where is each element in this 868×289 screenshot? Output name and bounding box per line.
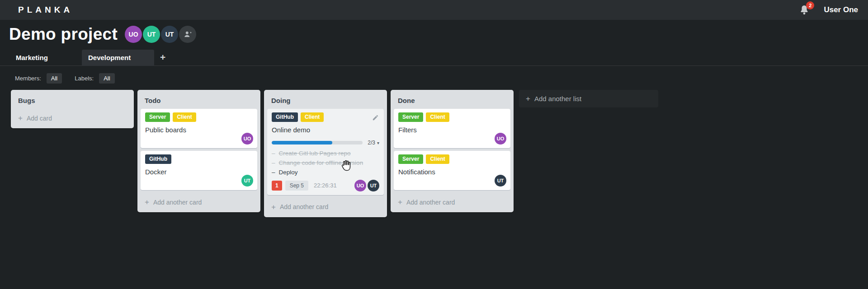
tab-development[interactable]: Development (82, 50, 154, 66)
chevron-down-icon: ▾ (377, 140, 379, 145)
avatar: UT (495, 175, 506, 186)
card[interactable]: ServerClientFiltersUO (394, 109, 510, 148)
notifications-button[interactable]: 2 (799, 5, 810, 15)
labels-filter-value[interactable]: All (99, 73, 114, 84)
card-labels: ServerClient (398, 112, 506, 122)
card[interactable]: ServerClientPublic boardsUO (141, 109, 257, 148)
project-header: Demo project UOUTUT (0, 20, 868, 44)
list-title[interactable]: Bugs (14, 93, 131, 109)
progress-dropdown[interactable]: 2/3▾ (368, 140, 379, 146)
progress-bar-fill (272, 141, 332, 144)
label-github: GitHub (145, 154, 171, 164)
avatar: UT (161, 26, 178, 43)
task-text: Create GitHub Pages repo (279, 150, 351, 158)
plus-icon: + (18, 114, 23, 122)
board-lists: Bugs+Add cardTodoServerClientPublic boar… (11, 90, 514, 217)
card-title: Online demo (272, 126, 379, 134)
tab-marketing[interactable]: Marketing (0, 50, 82, 66)
person-add-icon (184, 31, 192, 38)
project-title[interactable]: Demo project (9, 25, 118, 44)
list-doing: DoingGitHubClientOnline demo2/3▾–Create … (264, 90, 387, 217)
task-dash: – (272, 169, 275, 177)
label-client: Client (426, 154, 449, 164)
add-card-label: Add another card (153, 199, 202, 206)
card-members: UO (495, 133, 506, 144)
avatar: UT (143, 26, 160, 43)
task-progress: 2/3▾ (272, 140, 379, 146)
list-done: DoneServerClientFiltersUOServerClientNot… (391, 90, 514, 212)
add-card-button[interactable]: +Add card (14, 109, 131, 125)
add-card-label: Add card (27, 115, 52, 122)
list-todo: TodoServerClientPublic boardsUOGitHubDoc… (137, 90, 260, 212)
card-title: Public boards (145, 126, 253, 134)
avatar: UT (241, 175, 253, 186)
project-avatars: UOUTUT (125, 26, 197, 43)
card-notification-badge: 1 (272, 181, 282, 191)
avatar: UT (368, 180, 379, 191)
add-card-button[interactable]: +Add another card (267, 198, 384, 214)
label-client: Client (301, 112, 324, 122)
members-filter-value[interactable]: All (47, 73, 62, 84)
card-labels: GitHub (145, 154, 253, 164)
card-title: Notifications (398, 168, 506, 176)
task-item: –Create GitHub Pages repo (272, 150, 379, 158)
app-logo[interactable]: PLANKA (18, 5, 73, 15)
board-tabs-row: MarketingDevelopment + (0, 50, 868, 66)
add-card-button[interactable]: +Add another card (394, 193, 510, 209)
add-list-button[interactable]: + Add another list (519, 90, 658, 107)
label-client: Client (173, 112, 196, 122)
plus-icon: + (398, 198, 402, 206)
card-title: Docker (145, 168, 253, 176)
card-members: UOUT (354, 180, 379, 191)
labels-filter-label: Labels: (75, 75, 94, 82)
task-item: –Change code for offline version (272, 159, 379, 167)
user-menu[interactable]: User One (824, 5, 861, 14)
card-labels: ServerClient (398, 154, 506, 164)
card-labels: GitHubClient (272, 112, 379, 122)
task-text: Deploy (279, 169, 298, 177)
card-labels: ServerClient (145, 112, 253, 122)
tabs: MarketingDevelopment (0, 50, 154, 66)
add-list-label: Add another list (534, 95, 581, 103)
label-client: Client (426, 112, 449, 122)
list-title[interactable]: Todo (141, 93, 257, 109)
due-date-badge[interactable]: Sep 5 (285, 181, 308, 191)
add-card-label: Add another card (406, 199, 455, 206)
add-board-button[interactable]: + (160, 52, 165, 63)
list-title[interactable]: Done (394, 93, 510, 109)
card-members: UT (495, 175, 506, 186)
card-footer: 1Sep 522:26:31UOUT (272, 180, 379, 191)
card-title: Filters (398, 126, 506, 134)
add-card-label: Add another card (280, 203, 328, 210)
members-filter-label: Members: (15, 75, 41, 82)
card[interactable]: ServerClientNotificationsUT (394, 151, 510, 190)
progress-bar (272, 141, 363, 144)
task-text: Change code for offline version (279, 159, 363, 167)
filters-bar: Members: All Labels: All (15, 73, 868, 84)
label-github: GitHub (272, 112, 298, 122)
add-member-button[interactable] (179, 26, 196, 43)
add-card-button[interactable]: +Add another card (141, 193, 257, 209)
timer-value[interactable]: 22:26:31 (314, 182, 337, 189)
edit-pencil-icon (372, 114, 379, 121)
card[interactable]: GitHubClientOnline demo2/3▾–Create GitHu… (267, 109, 384, 195)
plus-icon: + (145, 198, 149, 206)
card[interactable]: GitHubDockerUT (141, 151, 257, 190)
label-server: Server (398, 112, 423, 122)
plus-icon: + (526, 95, 530, 103)
avatar: UO (495, 133, 506, 144)
avatar: UO (125, 26, 142, 43)
card-members: UO (241, 133, 253, 144)
task-dash: – (272, 159, 275, 167)
notification-count-badge: 2 (806, 1, 814, 9)
board: Bugs+Add cardTodoServerClientPublic boar… (0, 84, 868, 217)
avatar: UO (241, 133, 253, 144)
top-bar: PLANKA 2 User One (0, 0, 868, 20)
task-list: –Create GitHub Pages repo–Change code fo… (272, 150, 379, 177)
label-server: Server (145, 112, 170, 122)
progress-count: 2/3 (368, 140, 375, 146)
list-title[interactable]: Doing (267, 93, 384, 109)
task-dash: – (272, 150, 275, 158)
plus-icon: + (271, 203, 276, 211)
edit-card-button[interactable] (372, 114, 379, 123)
